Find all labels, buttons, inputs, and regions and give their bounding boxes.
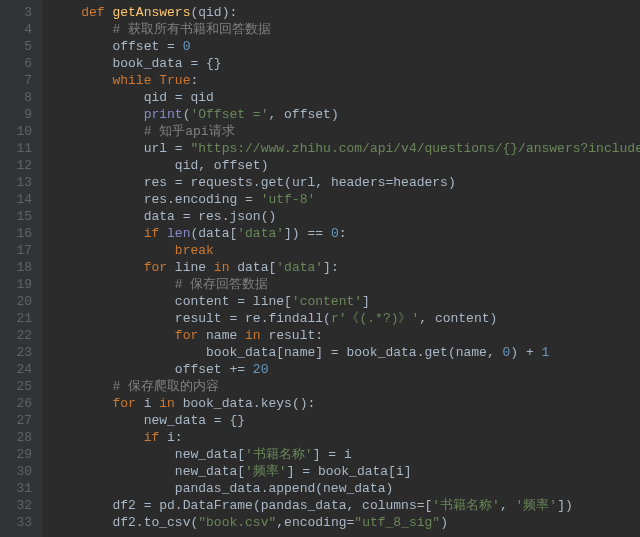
- token-kw: in: [245, 328, 268, 343]
- code-line[interactable]: # 保存回答数据: [50, 276, 640, 293]
- code-line[interactable]: qid = qid: [50, 89, 640, 106]
- line-number: 12: [0, 157, 32, 174]
- line-number: 30: [0, 463, 32, 480]
- token-id: df2: [112, 498, 143, 513]
- code-line[interactable]: book_data[name] = book_data.get(name, 0)…: [50, 344, 640, 361]
- token-cm: # 获取所有书籍和回答数据: [112, 22, 271, 37]
- token-id: i: [167, 430, 175, 445]
- token-id: qid: [175, 158, 198, 173]
- code-line[interactable]: pandas_data.append(new_data): [50, 480, 640, 497]
- line-number: 23: [0, 344, 32, 361]
- token-op: [: [237, 447, 245, 462]
- line-number: 7: [0, 72, 32, 89]
- code-line[interactable]: new_data = {}: [50, 412, 640, 429]
- line-number: 29: [0, 446, 32, 463]
- token-num: 0: [183, 39, 191, 54]
- token-id: content: [175, 294, 237, 309]
- token-op: = re.: [229, 311, 268, 326]
- code-line[interactable]: for i in book_data.keys():: [50, 395, 640, 412]
- token-id: new_data: [144, 413, 214, 428]
- token-op: :: [339, 226, 347, 241]
- token-id: book_data: [112, 56, 190, 71]
- token-bi: len: [167, 226, 190, 241]
- token-str: '频率': [245, 464, 287, 479]
- line-number: 9: [0, 106, 32, 123]
- token-kw: def: [81, 5, 112, 20]
- token-op: ]): [557, 498, 573, 513]
- code-line[interactable]: # 保存爬取的内容: [50, 378, 640, 395]
- token-num: 1: [542, 345, 550, 360]
- token-cm: # 知乎api请求: [144, 124, 235, 139]
- code-line[interactable]: # 知乎api请求: [50, 123, 640, 140]
- code-line[interactable]: df2.to_csv("book.csv",encoding="utf_8_si…: [50, 514, 640, 531]
- token-id: offset: [112, 39, 167, 54]
- token-str: 'utf-8': [261, 192, 316, 207]
- code-editor-content[interactable]: def getAnswers(qid): # 获取所有书籍和回答数据 offse…: [42, 0, 640, 537]
- token-str: 'data': [276, 260, 323, 275]
- code-line[interactable]: url = "https://www.zhihu.com/api/v4/ques…: [50, 140, 640, 157]
- token-op: =: [175, 90, 191, 105]
- token-id: qid: [190, 90, 213, 105]
- token-op: (data[: [190, 226, 237, 241]
- token-op: = requests.: [175, 175, 261, 190]
- code-line[interactable]: # 获取所有书籍和回答数据: [50, 21, 640, 38]
- code-line[interactable]: new_data['频率'] = book_data[i]: [50, 463, 640, 480]
- code-line[interactable]: for name in result:: [50, 327, 640, 344]
- code-line[interactable]: df2 = pd.DataFrame(pandas_data, columns=…: [50, 497, 640, 514]
- token-op: (name,: [448, 345, 503, 360]
- token-op: [: [237, 464, 245, 479]
- code-line[interactable]: new_data['书籍名称'] = i: [50, 446, 640, 463]
- code-line[interactable]: offset += 20: [50, 361, 640, 378]
- code-line[interactable]: if len(data['data']) == 0:: [50, 225, 640, 242]
- line-number: 3: [0, 4, 32, 21]
- token-op: = {}: [190, 56, 221, 71]
- token-id: i: [144, 396, 160, 411]
- token-op: =[: [417, 498, 433, 513]
- token-op: ,: [500, 498, 516, 513]
- line-number-gutter: 3456789101112131415161718192021222324252…: [0, 0, 42, 537]
- line-number: 20: [0, 293, 32, 310]
- token-kw: while: [112, 73, 159, 88]
- token-str: '书籍名称': [432, 498, 500, 513]
- token-id: book_data[name]: [206, 345, 331, 360]
- code-line[interactable]: result = re.findall(r'《(.*?)》', content): [50, 310, 640, 327]
- token-id: df2.: [112, 515, 143, 530]
- code-line[interactable]: content = line['content']: [50, 293, 640, 310]
- line-number: 13: [0, 174, 32, 191]
- token-kw: if: [144, 430, 167, 445]
- token-str: "utf_8_sig": [354, 515, 440, 530]
- code-line[interactable]: def getAnswers(qid):: [50, 4, 640, 21]
- code-line[interactable]: for line in data['data']:: [50, 259, 640, 276]
- token-op: ): [440, 515, 448, 530]
- code-line[interactable]: break: [50, 242, 640, 259]
- token-id: url: [144, 141, 175, 156]
- token-op: ] = book_data[i]: [287, 464, 412, 479]
- code-line[interactable]: print('Offset =', offset): [50, 106, 640, 123]
- token-id: result: [268, 328, 315, 343]
- line-number: 5: [0, 38, 32, 55]
- token-id: get: [424, 345, 447, 360]
- code-line[interactable]: res = requests.get(url, headers=headers): [50, 174, 640, 191]
- token-id: DataFrame: [183, 498, 253, 513]
- token-kw: in: [214, 260, 237, 275]
- code-line[interactable]: res.encoding = 'utf-8': [50, 191, 640, 208]
- code-line[interactable]: book_data = {}: [50, 55, 640, 72]
- code-line[interactable]: if i:: [50, 429, 640, 446]
- token-id: get: [261, 175, 284, 190]
- token-op: ():: [292, 396, 315, 411]
- token-op: , content): [419, 311, 497, 326]
- token-id: headers: [331, 175, 386, 190]
- token-kw: for: [144, 260, 175, 275]
- token-op: , offset): [198, 158, 268, 173]
- code-line[interactable]: offset = 0: [50, 38, 640, 55]
- token-id: new_data: [175, 447, 237, 462]
- token-op: = res.: [183, 209, 230, 224]
- token-op: , offset): [268, 107, 338, 122]
- line-number: 26: [0, 395, 32, 412]
- token-id: offset: [175, 362, 230, 377]
- code-line[interactable]: while True:: [50, 72, 640, 89]
- token-cm: # 保存回答数据: [175, 277, 269, 292]
- token-str: "https://www.zhihu.com/api/v4/questions/…: [190, 141, 640, 156]
- code-line[interactable]: qid, offset): [50, 157, 640, 174]
- code-line[interactable]: data = res.json(): [50, 208, 640, 225]
